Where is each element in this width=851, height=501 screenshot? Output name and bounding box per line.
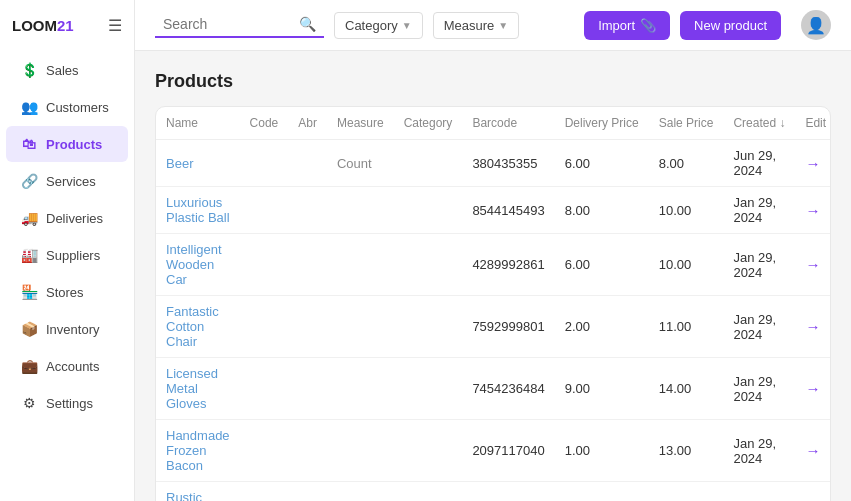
sidebar-item-label: Deliveries	[46, 211, 103, 226]
product-created: Jan 29, 2024	[723, 296, 795, 358]
page-title: Products	[155, 71, 831, 92]
edit-arrow-button[interactable]: →	[805, 155, 820, 172]
product-link[interactable]: Licensed Metal Gloves	[166, 366, 218, 411]
edit-arrow-button[interactable]: →	[805, 380, 820, 397]
product-sale-price: 13.00	[649, 420, 724, 482]
product-category	[394, 358, 463, 420]
sidebar-item-stores[interactable]: 🏪 Stores	[6, 274, 128, 310]
sidebar-item-settings[interactable]: ⚙ Settings	[6, 385, 128, 421]
product-barcode: 1898778667	[462, 482, 554, 502]
table-header: Name Code Abr Measure Category Barcode D…	[156, 107, 831, 140]
product-sale-price: 15.00	[649, 482, 724, 502]
product-delivery-price: 6.00	[555, 234, 649, 296]
products-table-container: Name Code Abr Measure Category Barcode D…	[155, 106, 831, 501]
chevron-down-icon: ▼	[402, 20, 412, 31]
content-area: Products Name Code Abr Measure Category …	[135, 51, 851, 501]
product-edit: →	[795, 140, 831, 187]
col-measure: Measure	[327, 107, 394, 140]
product-link[interactable]: Luxurious Plastic Ball	[166, 195, 230, 225]
product-sale-price: 11.00	[649, 296, 724, 358]
sidebar-item-label: Accounts	[46, 359, 99, 374]
product-category	[394, 420, 463, 482]
logo-text: LOOM21	[12, 17, 74, 34]
product-created: Jan 29, 2024	[723, 482, 795, 502]
product-edit: →	[795, 187, 831, 234]
products-tbody: Beer Count 380435355 6.00 8.00 Jun 29, 2…	[156, 140, 831, 502]
col-name: Name	[156, 107, 240, 140]
sidebar-item-products[interactable]: 🛍 Products	[6, 126, 128, 162]
product-link[interactable]: Beer	[166, 156, 193, 171]
product-barcode: 2097117040	[462, 420, 554, 482]
product-delivery-price: 1.00	[555, 420, 649, 482]
product-delivery-price: 8.00	[555, 187, 649, 234]
logo: LOOM21 ☰	[0, 8, 134, 51]
product-measure	[327, 234, 394, 296]
sidebar-item-suppliers[interactable]: 🏭 Suppliers	[6, 237, 128, 273]
product-category	[394, 187, 463, 234]
edit-arrow-button[interactable]: →	[805, 256, 820, 273]
table-row: Rustic Wooden Mouse 1898778667 5.00 15.0…	[156, 482, 831, 502]
sidebar-item-sales[interactable]: 💲 Sales	[6, 52, 128, 88]
col-edit: Edit	[795, 107, 831, 140]
services-icon: 🔗	[20, 172, 38, 190]
product-delivery-price: 9.00	[555, 358, 649, 420]
product-name: Beer	[156, 140, 240, 187]
product-link[interactable]: Handmade Frozen Bacon	[166, 428, 230, 473]
product-created: Jan 29, 2024	[723, 187, 795, 234]
new-product-button[interactable]: New product	[680, 11, 781, 40]
product-link[interactable]: Intelligent Wooden Car	[166, 242, 222, 287]
sidebar-item-accounts[interactable]: 💼 Accounts	[6, 348, 128, 384]
sidebar-item-customers[interactable]: 👥 Customers	[6, 89, 128, 125]
product-code	[240, 296, 289, 358]
products-table: Name Code Abr Measure Category Barcode D…	[156, 107, 831, 501]
import-button[interactable]: Import 📎	[584, 11, 670, 40]
col-category: Category	[394, 107, 463, 140]
product-link[interactable]: Rustic Wooden Mouse	[166, 490, 214, 501]
product-name: Licensed Metal Gloves	[156, 358, 240, 420]
products-icon: 🛍	[20, 135, 38, 153]
product-abr	[288, 296, 327, 358]
product-delivery-price: 6.00	[555, 140, 649, 187]
category-dropdown[interactable]: Category ▼	[334, 12, 423, 39]
edit-arrow-button[interactable]: →	[805, 442, 820, 459]
sidebar-item-label: Services	[46, 174, 96, 189]
edit-arrow-button[interactable]: →	[805, 318, 820, 335]
product-measure: Count	[327, 140, 394, 187]
product-abr	[288, 358, 327, 420]
product-created: Jan 29, 2024	[723, 234, 795, 296]
product-category	[394, 482, 463, 502]
sidebar-item-label: Sales	[46, 63, 79, 78]
measure-dropdown[interactable]: Measure ▼	[433, 12, 519, 39]
table-row: Licensed Metal Gloves 7454236484 9.00 14…	[156, 358, 831, 420]
sidebar-item-deliveries[interactable]: 🚚 Deliveries	[6, 200, 128, 236]
product-sale-price: 10.00	[649, 234, 724, 296]
product-code	[240, 140, 289, 187]
product-delivery-price: 2.00	[555, 296, 649, 358]
deliveries-icon: 🚚	[20, 209, 38, 227]
col-code: Code	[240, 107, 289, 140]
product-barcode: 7592999801	[462, 296, 554, 358]
sidebar-item-inventory[interactable]: 📦 Inventory	[6, 311, 128, 347]
product-barcode: 7454236484	[462, 358, 554, 420]
col-created[interactable]: Created ↓	[723, 107, 795, 140]
sidebar-item-label: Settings	[46, 396, 93, 411]
avatar[interactable]: 👤	[801, 10, 831, 40]
search-input[interactable]	[163, 16, 293, 32]
product-link[interactable]: Fantastic Cotton Chair	[166, 304, 219, 349]
product-sale-price: 10.00	[649, 187, 724, 234]
settings-icon: ⚙	[20, 394, 38, 412]
product-abr	[288, 482, 327, 502]
menu-button[interactable]: ☰	[108, 16, 122, 35]
product-code	[240, 482, 289, 502]
sidebar-item-services[interactable]: 🔗 Services	[6, 163, 128, 199]
col-abr: Abr	[288, 107, 327, 140]
product-edit: →	[795, 358, 831, 420]
sales-icon: 💲	[20, 61, 38, 79]
search-box[interactable]: 🔍	[155, 12, 324, 38]
table-row: Fantastic Cotton Chair 7592999801 2.00 1…	[156, 296, 831, 358]
product-category	[394, 234, 463, 296]
accounts-icon: 💼	[20, 357, 38, 375]
sidebar: LOOM21 ☰ 💲 Sales 👥 Customers 🛍 Products …	[0, 0, 135, 501]
col-delivery-price: Delivery Price	[555, 107, 649, 140]
edit-arrow-button[interactable]: →	[805, 202, 820, 219]
